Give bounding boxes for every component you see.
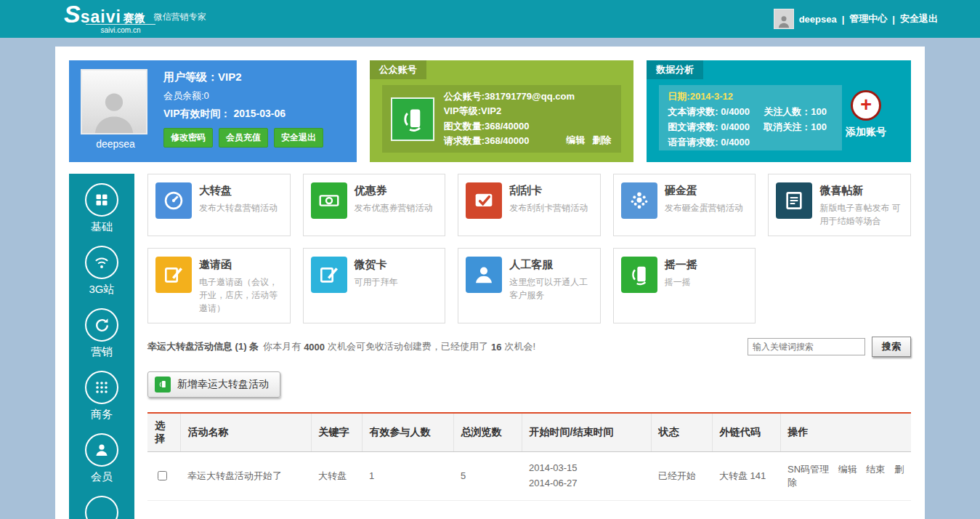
card-desc: 发布刮刮卡营销活动 — [509, 201, 588, 214]
broadcast-icon — [85, 246, 118, 279]
sidebar-item-marketing[interactable]: 营销 — [85, 308, 118, 359]
scratch-card-icon — [466, 182, 502, 219]
cell-participants: 1 — [362, 452, 453, 501]
person-icon — [85, 433, 118, 467]
activity-count-text: 幸运大转盘活动信息 (1) 条 — [147, 340, 259, 353]
user-avatar-icon[interactable] — [774, 9, 794, 29]
summary-panels: deepsea 用户等级：VIP2 会员余额:0 VIP有效时间： 2015-0… — [69, 60, 911, 162]
table-row: 幸运大转盘活动开始了 大转盘 1 5 2014-03-15 2014-06-27… — [147, 452, 911, 501]
cell-external-code: 大转盘 141 — [712, 452, 780, 501]
sidebar-item-label: 商务 — [91, 408, 113, 422]
topbar: S saivi 赛微 微信营销专家 saivi.com.cn deepsea |… — [0, 0, 980, 38]
pencil-paper-icon — [155, 257, 192, 293]
feature-cards: 大转盘发布大转盘营销活动 优惠券发布优惠券营销活动 刮刮卡发布刮刮卡营销活动 砸… — [147, 174, 911, 323]
account-delete-link[interactable]: 删除 — [592, 134, 611, 147]
text-requests: 文本请求数: 0/4000 — [668, 104, 764, 119]
card-desc: 发布大转盘营销活动 — [199, 201, 278, 214]
sidebar-item-business[interactable]: 商务 — [85, 371, 118, 422]
row-select-checkbox[interactable] — [158, 471, 167, 480]
new-activity-button[interactable]: 新增幸运大转盘活动 — [147, 371, 280, 398]
card-title: 优惠券 — [355, 184, 433, 198]
followers-count: 关注人数：100 — [764, 104, 827, 119]
start-date: 2014-03-15 — [529, 461, 644, 476]
refresh-icon — [85, 308, 118, 342]
logo: S saivi 赛微 微信营销专家 saivi.com.cn — [64, 4, 206, 35]
card-title: 邀请函 — [199, 258, 283, 272]
search-input[interactable] — [748, 338, 865, 355]
logo-tagline: 微信营销专家 — [154, 10, 206, 24]
card-golden-egg[interactable]: 砸金蛋发布砸金蛋营销活动 — [613, 174, 756, 236]
col-select: 选择 — [147, 413, 180, 452]
col-keyword: 关键字 — [311, 413, 362, 452]
card-big-wheel[interactable]: 大转盘发布大转盘营销活动 — [147, 174, 291, 236]
plus-icon: + — [853, 92, 879, 118]
article-requests: 图文请求数: 0/4000 — [668, 119, 764, 134]
card-title: 砸金蛋 — [665, 184, 743, 198]
sidebar-item-3g-site[interactable]: 3G站 — [85, 246, 118, 297]
used-number: 16 — [491, 342, 501, 353]
col-activity-name: 活动名称 — [180, 413, 311, 452]
user-level: 用户等级：VIP2 — [163, 71, 323, 84]
shake-phone-icon — [391, 97, 434, 141]
card-title: 微喜帖新 — [819, 184, 903, 198]
end-date: 2014-06-27 — [529, 476, 644, 491]
card-title: 人工客服 — [509, 258, 593, 272]
card-title: 微贺卡 — [355, 258, 398, 272]
unfollow-count: 取消关注：100 — [764, 119, 827, 134]
change-password-button[interactable]: 修改密码 — [163, 128, 213, 148]
edit-link[interactable]: 编辑 — [838, 464, 857, 475]
card-scratch[interactable]: 刮刮卡发布刮刮卡营销活动 — [458, 174, 601, 236]
col-views: 总浏览数 — [453, 413, 522, 452]
sidebar-item-member[interactable]: 会员 — [85, 433, 118, 484]
public-account-box: 公众账号:381791779@qq.com VIP等级:VIP2 图文数量:36… — [382, 85, 622, 153]
sidebar-item-label: 3G站 — [89, 283, 114, 297]
cell-operations: SN码管理 编辑 结束 删除 — [780, 452, 911, 501]
card-shake[interactable]: 摇一摇摇一摇 — [613, 248, 756, 323]
divider: | — [842, 14, 845, 25]
voice-requests: 语音请求数: 0/4000 — [668, 134, 764, 150]
card-invitation[interactable]: 邀请函电子邀请函（会议，开业，店庆，活动等邀请） — [147, 248, 291, 323]
end-link[interactable]: 结束 — [866, 464, 885, 475]
logout-link[interactable]: 安全退出 — [900, 12, 938, 25]
account-vip-level: VIP等级:VIP2 — [444, 104, 575, 118]
quota-number: 4000 — [304, 342, 325, 353]
new-activity-label: 新增幸运大转盘活动 — [177, 378, 269, 391]
col-operations: 操作 — [780, 413, 911, 452]
safe-logout-button[interactable]: 安全退出 — [274, 128, 323, 148]
sidebar-item-label: 基础 — [91, 220, 113, 234]
activity-info-bar: 幸运大转盘活动信息 (1) 条 你本月有 4000 次机会可免收活动创建费，已经… — [147, 337, 911, 357]
member-recharge-button[interactable]: 会员充值 — [219, 128, 268, 148]
sidebar-item-partial[interactable] — [85, 496, 118, 519]
topbar-username[interactable]: deepsea — [799, 14, 837, 25]
coupon-icon — [311, 182, 347, 219]
panel-tab-analytics: 数据分析 — [647, 60, 703, 79]
topbar-user-area: deepsea | 管理中心 | 安全退出 — [774, 9, 938, 29]
sidebar-item-basic[interactable]: 基础 — [85, 183, 118, 234]
logo-domain: saivi.com.cn — [86, 24, 155, 34]
card-coupon[interactable]: 优惠券发布优惠券营销活动 — [303, 174, 446, 236]
vip-valid-time: VIP有效时间： 2015-03-06 — [163, 108, 323, 121]
admin-center-link[interactable]: 管理中心 — [849, 12, 887, 25]
sidebar-item-label: 营销 — [91, 345, 113, 359]
analytics-box: 日期:2014-3-12 文本请求数: 0/4000 关注人数：100 图文请求… — [659, 85, 842, 150]
activities-table: 选择 活动名称 关键字 有效参与人数 总浏览数 开始时间/结束时间 状态 外链代… — [147, 412, 911, 501]
account-edit-link[interactable]: 编辑 — [566, 134, 585, 147]
cell-keyword: 大转盘 — [311, 452, 362, 501]
sn-code-manage-link[interactable]: SN码管理 — [787, 464, 829, 475]
panel-tab-public-account: 公众账号 — [370, 60, 426, 79]
cell-views: 5 — [453, 452, 522, 501]
card-greeting-card[interactable]: 微贺卡可用于拜年 — [303, 248, 446, 323]
card-desc: 发布优惠券营销活动 — [355, 201, 433, 214]
card-customer-service[interactable]: 人工客服这里您可以开通人工客户服务 — [458, 248, 601, 323]
sidebar-item-label: 会员 — [91, 470, 113, 484]
shake-phone-icon — [155, 377, 171, 393]
card-title: 大转盘 — [199, 184, 278, 198]
account-request-quota: 请求数量:368/40000 — [444, 134, 575, 148]
card-title: 刮刮卡 — [509, 184, 588, 198]
search-button[interactable]: 搜索 — [872, 337, 911, 357]
content-panel: deepsea 用户等级：VIP2 会员余额:0 VIP有效时间： 2015-0… — [55, 47, 925, 519]
analytics-panel: 数据分析 日期:2014-3-12 文本请求数: 0/4000 关注人数：100… — [647, 60, 911, 162]
pencil-card-icon — [311, 257, 347, 293]
add-account-button[interactable]: + 添加账号 — [831, 92, 901, 139]
card-wedding-invite[interactable]: 微喜帖新新版电子喜帖发布 可用于结婚等场合 — [768, 174, 911, 236]
